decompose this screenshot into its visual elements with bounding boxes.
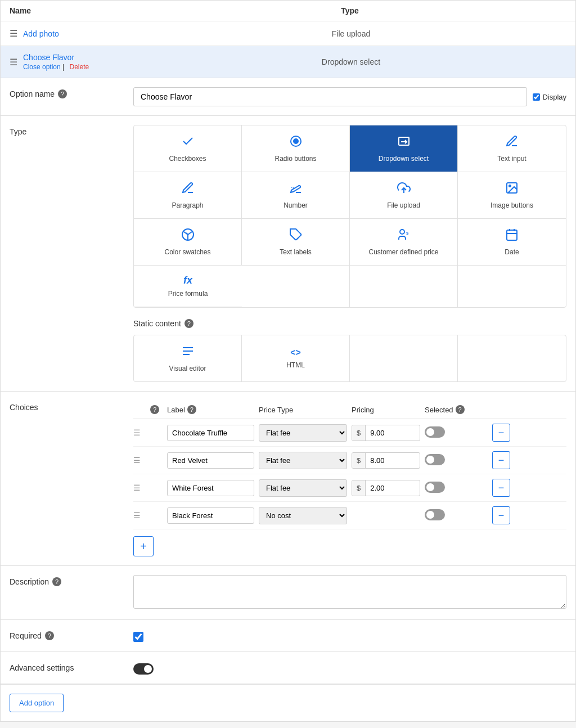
footer: Add option [1, 684, 575, 721]
drag-handle-icon-flavor[interactable]: ☰ [10, 57, 17, 68]
display-checkbox[interactable] [533, 93, 540, 101]
type-dropdown[interactable]: Dropdown select [350, 125, 458, 172]
choice-price-type-select[interactable]: Flat fee No cost Percentage fee [259, 507, 347, 524]
number-icon: 2 [289, 181, 303, 198]
choice-label-input[interactable] [167, 507, 254, 524]
required-checkbox[interactable] [133, 632, 143, 642]
choices-table-header: ? Label ? Price Type Pricing Selected ? [133, 401, 566, 419]
choice-selected-black-forest [420, 509, 482, 522]
selected-help-icon[interactable]: ? [456, 405, 465, 414]
option-name-row: Display [133, 87, 566, 106]
static-content-help-icon[interactable]: ? [184, 319, 194, 328]
description-help-icon[interactable]: ? [52, 577, 61, 586]
type-date[interactable]: Date [458, 219, 566, 266]
choice-action-white-forest: − [482, 479, 510, 497]
choices-label: Choices [1, 392, 124, 565]
choices-col-label: Label ? [167, 405, 254, 414]
remove-choice-button[interactable]: − [492, 451, 510, 469]
description-section: Description ? [1, 566, 575, 620]
option-name-help-icon[interactable]: ? [58, 89, 67, 98]
add-choice-button[interactable]: + [133, 536, 154, 556]
choice-price-type-select[interactable]: Flat fee No cost Percentage fee [259, 479, 347, 497]
advanced-settings-toggle[interactable] [133, 663, 154, 675]
choice-price-type-white-forest: Flat fee No cost Percentage fee [254, 479, 347, 497]
type-number[interactable]: 2 Number [242, 172, 350, 219]
close-option-link[interactable]: Close option [23, 63, 61, 71]
type-grid: Checkboxes Radio buttons Dropdown select [133, 125, 566, 308]
html-icon: <> [290, 348, 301, 358]
type-text-input[interactable]: Text input [458, 125, 566, 172]
type-image-buttons[interactable]: Image buttons [458, 172, 566, 219]
choices-col-pricing: Pricing [347, 406, 420, 414]
price-input-wrap: $ [352, 425, 420, 441]
choice-toggle[interactable] [425, 426, 445, 438]
add-option-button[interactable]: Add option [10, 694, 64, 712]
choice-label-chocolate [167, 425, 254, 441]
drag-handle-icon[interactable]: ☰ [133, 428, 150, 437]
header-name: Name [10, 6, 133, 15]
choice-toggle[interactable] [425, 454, 445, 465]
advanced-settings-section: Advanced settings [1, 652, 575, 684]
choice-toggle[interactable] [425, 509, 445, 520]
choice-pricing-red-velvet: $ [347, 452, 420, 469]
choices-col-selected: Selected ? [420, 405, 482, 414]
remove-choice-button[interactable]: − [492, 479, 510, 497]
type-customer-price[interactable]: $ Customer defined price [350, 219, 458, 266]
static-html[interactable]: <> HTML [242, 335, 350, 381]
drag-handle-icon[interactable]: ☰ [133, 456, 150, 465]
type-radio[interactable]: Radio buttons [242, 125, 350, 172]
choice-toggle[interactable] [425, 482, 445, 493]
header-type: Type [133, 6, 566, 15]
svg-point-7 [509, 185, 511, 187]
option-row-add-photo: ☰ Add photo File upload [1, 21, 575, 46]
svg-rect-11 [507, 230, 517, 240]
option-row-choose-flavor: ☰ Choose Flavor Close option | Delete Dr… [1, 46, 575, 78]
dropdown-icon [397, 134, 411, 151]
required-help-icon[interactable]: ? [45, 631, 54, 640]
type-text-labels[interactable]: Text labels [242, 219, 350, 266]
delete-option-link[interactable]: Delete [70, 63, 89, 71]
table-row: ☰ Flat fee No cost Percentage fee $ [133, 474, 566, 502]
choice-label-input[interactable] [167, 452, 254, 469]
type-color-swatches[interactable]: Color swatches [134, 219, 242, 266]
remove-choice-button[interactable]: − [492, 424, 510, 442]
drag-handle-icon[interactable]: ☰ [133, 483, 150, 492]
description-content [124, 566, 575, 619]
required-label: Required ? [1, 620, 124, 651]
option-link-choose-flavor[interactable]: Choose Flavor [23, 53, 74, 62]
choice-label-input[interactable] [167, 480, 254, 496]
price-amount-input[interactable] [366, 453, 405, 468]
description-textarea[interactable] [133, 575, 566, 609]
option-name-content: Display [124, 78, 575, 115]
choice-price-type-select[interactable]: Flat fee No cost Percentage fee [259, 452, 347, 469]
label-help-icon[interactable]: ? [187, 405, 196, 414]
description-label: Description ? [1, 566, 124, 619]
type-checkboxes[interactable]: Checkboxes [134, 125, 242, 172]
option-link-add-photo[interactable]: Add photo [23, 29, 59, 38]
advanced-settings-label: Advanced settings [1, 652, 124, 684]
option-name-input[interactable] [133, 87, 527, 106]
choice-price-type-select[interactable]: Flat fee No cost Percentage fee [259, 424, 347, 442]
option-type-add-photo: File upload [136, 29, 566, 38]
svg-point-1 [294, 139, 298, 143]
type-price-formula[interactable]: fx Price formula [134, 266, 242, 307]
table-row: ☰ Flat fee No cost Percentage fee [133, 502, 566, 529]
paragraph-icon [181, 181, 195, 198]
table-row: ☰ Flat fee No cost Percentage fee $ [133, 419, 566, 447]
choice-pricing-white-forest: $ [347, 480, 420, 496]
choice-label-input[interactable] [167, 425, 254, 441]
remove-choice-button[interactable]: − [492, 506, 510, 524]
price-amount-input[interactable] [366, 425, 405, 441]
svg-point-9 [400, 230, 404, 234]
type-label: Type [1, 116, 124, 391]
table-header: Name Type [1, 1, 575, 21]
required-content [124, 620, 575, 651]
drag-handle-icon[interactable]: ☰ [133, 511, 150, 520]
static-visual-editor[interactable]: Visual editor [134, 335, 242, 381]
type-file-upload[interactable]: File upload [350, 172, 458, 219]
drag-handle-icon[interactable]: ☰ [10, 28, 17, 39]
choices-help-icon[interactable]: ? [150, 405, 159, 414]
price-amount-input[interactable] [366, 480, 405, 496]
choice-action-black-forest: − [482, 506, 510, 524]
type-paragraph[interactable]: Paragraph [134, 172, 242, 219]
